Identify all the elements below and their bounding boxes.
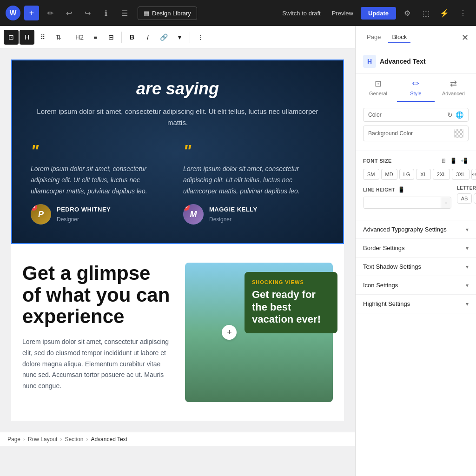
avatar: ✕ M xyxy=(183,204,204,225)
move-up-down[interactable]: ⇅ xyxy=(51,30,66,45)
author-info: PEDRO WHITNEY Designer xyxy=(57,205,111,224)
highlight-settings-header[interactable]: Highlight Settings ▾ xyxy=(356,295,476,313)
tablet-icon-btn[interactable]: 📱 xyxy=(449,157,458,165)
light-section: Get a glimpse of what you can experience… xyxy=(11,244,344,421)
undo-button[interactable]: ↩ xyxy=(61,6,76,20)
color-picker-button[interactable]: 🌐 xyxy=(456,111,463,119)
font-size-custom-slider[interactable]: ⇔ xyxy=(471,169,476,180)
line-height-input[interactable] xyxy=(364,197,441,208)
font-size-xl[interactable]: XL xyxy=(416,169,430,180)
light-section-text: Lorem ipsum dolor sit amet, consectetur … xyxy=(22,337,170,392)
text-shadow-label: Text Shadow Settings xyxy=(363,263,421,270)
color-section: Color ↻ 🌐 Background Color xyxy=(356,102,476,151)
plugins-button[interactable]: ⚡ xyxy=(437,6,452,20)
panel-close-button[interactable]: ✕ xyxy=(462,33,469,43)
breadcrumb-advanced-text[interactable]: Advanced Text xyxy=(91,436,127,443)
section-title: are saying xyxy=(31,79,324,99)
update-button[interactable]: Update xyxy=(361,7,396,20)
mobile-icon-btn[interactable]: 📲 xyxy=(460,157,469,165)
testimonial-author: ✕ M MAGGIE KELLY Designer xyxy=(183,204,324,225)
full-width-button[interactable]: ⊟ xyxy=(104,30,119,45)
breadcrumb-row-layout[interactable]: Row Layout xyxy=(28,436,57,443)
testimonial-text: Lorem ipsum dolor sit amet, consectetur … xyxy=(183,164,324,197)
advanced-tab-icon: ⇄ xyxy=(450,79,457,89)
font-size-sm[interactable]: SM xyxy=(363,169,379,180)
testimonial-card: " Lorem ipsum dolor sit amet, consectetu… xyxy=(183,143,324,225)
icon-settings-label: Icon Settings xyxy=(363,282,398,289)
bg-color-label: Background Color xyxy=(368,130,450,137)
icon-settings-header[interactable]: Icon Settings ▾ xyxy=(356,276,476,294)
switch-to-draft-button[interactable]: Switch to draft xyxy=(278,7,324,20)
font-size-2xl[interactable]: 2XL xyxy=(433,169,450,180)
quote-mark: " xyxy=(183,143,324,160)
testimonial-author: ✕ P PEDRO WHITNEY Designer xyxy=(31,204,172,225)
promo-title: Get ready for the best vacation ever! xyxy=(252,289,330,325)
responsive-icons: 🖥 📱 📲 xyxy=(440,157,469,165)
author-role: Designer xyxy=(57,215,111,224)
info-button[interactable]: ℹ xyxy=(99,6,113,20)
heading-block-btn[interactable]: H xyxy=(20,30,34,45)
breadcrumb-section[interactable]: Section xyxy=(65,436,83,443)
edit-icon-button[interactable]: ✏ xyxy=(43,6,58,20)
style-tab-label: Style xyxy=(410,91,421,96)
block-options-button[interactable]: ⋮ xyxy=(193,30,208,45)
block-tab[interactable]: Block xyxy=(388,32,410,43)
advanced-tab[interactable]: ⇄ Advanced xyxy=(435,74,472,102)
avatar: ✕ P xyxy=(31,204,51,225)
drag-handle[interactable]: ⠿ xyxy=(35,30,50,45)
block-title: Advanced Text xyxy=(380,58,426,65)
testimonial-text: Lorem ipsum dolor sit amet, consectetur … xyxy=(31,164,172,197)
select-block-button[interactable]: ⊡ xyxy=(4,30,19,45)
advanced-typography-label: Advanced Typography Settings xyxy=(363,226,447,233)
edit-view-button[interactable]: ⬚ xyxy=(418,6,433,20)
italic-button[interactable]: I xyxy=(140,30,155,45)
add-block-button[interactable]: + xyxy=(24,6,39,20)
desktop-icon-btn[interactable]: 🖥 xyxy=(440,157,447,165)
line-height-minus-btn[interactable]: - xyxy=(441,197,451,208)
image-add-button[interactable]: + xyxy=(222,325,237,340)
breadcrumb-page[interactable]: Page xyxy=(7,436,20,443)
settings-icon-button[interactable]: ⚙ xyxy=(400,6,415,20)
align-button[interactable]: ≡ xyxy=(88,30,103,45)
font-size-md[interactable]: MD xyxy=(381,169,397,180)
text-shadow-header[interactable]: Text Shadow Settings ▾ xyxy=(356,258,476,276)
design-library-button[interactable]: ▦ Design Library xyxy=(138,7,197,20)
right-panel: Page Block ✕ H Advanced Text ⊡ General ✏… xyxy=(355,26,476,476)
page-tab[interactable]: Page xyxy=(363,32,384,43)
dark-section: are saying Lorem ipsum dolor sit amet, c… xyxy=(11,60,344,244)
font-size-label: FONT SIZE 🖥 📱 📲 xyxy=(363,157,469,165)
canvas-content: are saying Lorem ipsum dolor sit amet, c… xyxy=(0,48,355,432)
wordpress-logo[interactable]: W xyxy=(6,6,20,20)
uppercase-btn[interactable]: AB xyxy=(457,193,472,204)
font-size-lg[interactable]: LG xyxy=(399,169,415,180)
font-size-3xl[interactable]: 3XL xyxy=(452,169,469,180)
toolbar-sep-3 xyxy=(190,32,190,43)
two-col-settings: LINE HEIGHT 📱 - LETTER CASE AB ab xyxy=(363,185,469,209)
light-section-left: Get a glimpse of what you can experience… xyxy=(22,263,170,402)
bold-button[interactable]: B xyxy=(125,30,139,45)
toolbar-sep-1 xyxy=(69,32,69,43)
link-button[interactable]: 🔗 xyxy=(156,30,171,45)
border-settings-header[interactable]: Border Settings ▾ xyxy=(356,239,476,257)
lowercase-btn[interactable]: ab xyxy=(474,193,476,204)
style-tabs: ⊡ General ✏ Style ⇄ Advanced xyxy=(356,74,476,102)
more-options-button[interactable]: ⋮ xyxy=(456,6,470,20)
more-rich-text[interactable]: ▾ xyxy=(172,30,187,45)
testimonials-grid: " Lorem ipsum dolor sit amet, consectetu… xyxy=(31,143,324,225)
advanced-typography-header[interactable]: Advanced Typography Settings ▾ xyxy=(356,220,476,238)
author-info: MAGGIE KELLY Designer xyxy=(209,205,258,224)
redo-button[interactable]: ↪ xyxy=(80,6,95,20)
canvas-area: ⊡ H ⠿ ⇅ H2 ≡ ⊟ B I 🔗 ▾ ⋮ are saying Lore… xyxy=(0,26,355,476)
highlight-settings-label: Highlight Settings xyxy=(363,300,410,307)
preview-button[interactable]: Preview xyxy=(328,7,357,20)
bg-color-preview[interactable] xyxy=(454,129,463,138)
style-tab[interactable]: ✏ Style xyxy=(397,74,435,102)
line-height-responsive-icon[interactable]: 📱 xyxy=(397,185,406,194)
light-section-title: Get a glimpse of what you can experience xyxy=(22,263,170,327)
block-title-row: H Advanced Text xyxy=(356,49,476,74)
tools-button[interactable]: ☰ xyxy=(117,6,132,20)
heading-level-button[interactable]: H2 xyxy=(72,30,87,45)
general-tab[interactable]: ⊡ General xyxy=(359,74,397,102)
font-size-buttons: SM MD LG XL 2XL 3XL ⇔ xyxy=(363,169,469,180)
color-reset-button[interactable]: ↻ xyxy=(447,111,453,119)
